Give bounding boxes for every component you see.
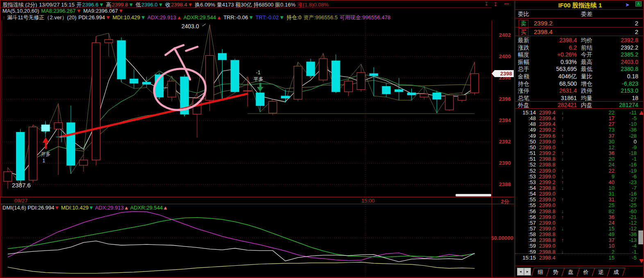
tick-scroll-down-icon[interactable] [639,259,644,263]
tick-scrollbar-thumb[interactable] [638,230,644,244]
price-axis-label: 2388 [499,181,511,187]
text-segment: MA(5,10,20,60) [2,8,41,14]
ask-price: 2399.2 [534,20,553,27]
text-segment: ADX:29.913 [94,205,124,211]
tick-row[interactable]: :492399.6 ↑ 37 -28 [515,133,638,139]
tick-row[interactable]: :572399.0 24 -12 [515,220,638,226]
price-axis-label: 2392 [499,139,511,145]
tick-row[interactable]: :562399.0 ↑ 36 -21 [515,214,638,220]
tick-row[interactable]: :572399.0 ↓ 15 -12 [515,226,638,232]
text-segment: MDI:10.429 [59,205,88,211]
text-segment: 资产:996556.5 [303,14,339,21]
tick-row[interactable]: :592399.0 10 -4 [515,243,638,249]
tick-row[interactable]: :592398.8 ↓ 2 -1 [515,249,638,255]
tick-row[interactable]: 15:152398.4 15 -5 [515,255,638,261]
candlestick-chart[interactable]: 开多1-1平多 [1,21,492,197]
red-down-arrow-icon[interactable]: ↧ [484,1,488,7]
svg-text:-1: -1 [256,70,261,75]
dmi-panel[interactable] [1,204,492,277]
text-segment: ADXR:29.544 [129,205,163,211]
text-segment: ▼ [279,14,284,21]
tabs-prev-button[interactable]: ◂ [517,268,524,276]
text-segment: 可用现金:996556.478 [340,14,390,21]
text-segment: MA9:2396.067 [82,8,118,14]
pointer-icon[interactable]: ➤ [625,2,630,8]
dmi-level-label: 50.00000 [491,235,513,241]
price-axis: ↧ ▭ 24022400239823962394239223902388 239… [492,1,514,278]
text-segment: 高 [104,2,111,8]
candle [243,91,252,91]
tick-row[interactable]: :552399.0 ↑ 31 -27 [515,197,638,203]
collapse-icon[interactable]: ∧ [635,1,642,7]
text-segment: 收 [164,2,171,8]
text-segment: 2396.0 [141,2,158,8]
text-segment: ↑ [2,14,7,21]
candle [332,61,340,91]
price-axis-label: 2396 [499,96,511,102]
quote-panel: IF00 股指连续 1 ➤ ∧ 委比 委差 卖 2399.2 2 买 2398.… [515,1,644,278]
panel-tab-成[interactable]: 成 [607,268,626,276]
tick-row[interactable]: 15:142399.4 ↓ 22 -11 [515,110,638,116]
candle [231,60,239,92]
svg-text:开多: 开多 [41,151,50,157]
svg-text:平多: 平多 [254,76,263,82]
price-axis-label: 2402 [499,32,511,38]
text-segment: ▲ [124,205,129,211]
text-segment: 开 [76,2,82,8]
candle [281,96,290,98]
candle [92,43,100,160]
chart-bottom-border [1,197,514,197]
candle [370,74,378,76]
main-chart-svg[interactable]: 开多1-1平多 [1,21,492,197]
candle [471,74,479,93]
text-segment: ▼ [54,205,59,211]
price-axis-label: 2394 [499,117,511,123]
tick-row[interactable]: :532399.0 ↓ 9 -6 [515,174,638,180]
tabs-next-button[interactable]: ▸ [524,268,531,276]
low-annotation: 2387.6 [12,182,31,189]
ma-indicator-line: MA(5,10,20,60) MA8:2396.267▼ MA9:2396.06… [2,8,124,14]
dmi-chart-svg[interactable] [1,204,492,277]
tick-row[interactable]: :532399.2 ↑ 40 -23 [515,180,638,185]
dmi-bottom-border [1,277,514,278]
tick-row[interactable]: :582398.8 ↑ 37 -13 [515,237,638,243]
text-segment: ▲ [177,14,182,21]
horizontal-scrollbar-thumb[interactable] [456,194,491,196]
tick-row[interactable]: :562398.8 ↓ 82 -60 [515,209,638,214]
text-segment: ▼ [99,2,104,8]
tick-row[interactable]: :582398.8 49 -36 [515,232,638,237]
trend-line [60,94,247,137]
text-segment: ▼ [118,8,124,14]
tick-row[interactable]: :522398.8 24 -16 [515,162,638,168]
text-segment: 13/09/27 15:15 [39,2,76,8]
text-segment: ▲ [216,14,222,21]
tick-row[interactable]: :502399.0 ↓ 30 0 [515,139,638,145]
scroll-down-tool-icon[interactable]: ↧ [493,1,498,7]
pink-arrow-annotation [175,48,190,80]
selected-candle-highlight [41,125,50,131]
text-segment: 持仓:0 [285,14,303,21]
text-segment: ADXR:29.544 [182,14,216,21]
tick-row[interactable]: :542398.8 ↓ 10 -7 [515,185,638,191]
tick-row[interactable]: :482399.4 ↑ 17 -5 [515,116,638,121]
tick-row[interactable]: :502399.0 12 -9 [515,145,638,150]
tick-scroll-up-icon[interactable] [639,111,644,115]
tick-row[interactable]: :552399.0 25 -25 [515,203,638,208]
svg-text:1: 1 [42,158,45,164]
wb-header: 委比 [518,11,529,18]
text-segment: PDI:26.994 [78,14,105,21]
tick-row[interactable]: :482399.4 27 -10 [515,121,638,127]
tick-row[interactable]: :542399.0 31 -16 [515,191,638,197]
trading-app-window: 股指连续 (2分) 13/09/27 15:15 开2396.6▼ 高2399.… [0,0,644,278]
tick-separator [515,253,638,254]
tick-row[interactable]: :512398.8 ↓ 20 -1 [515,156,638,162]
candle [269,101,277,113]
text-segment: ▲ [163,205,168,211]
text-segment: ▼ [129,2,134,8]
text-segment: ▼ [158,2,163,8]
tick-row[interactable]: :522399.0 ↑ 22 -19 [515,168,638,174]
tick-row[interactable]: :512399.2 ↑ 36 -18 [515,150,638,156]
candle [382,87,390,94]
red-rect-icon[interactable]: ▭ [504,1,508,7]
tick-row[interactable]: :492399.2 ↓ 73 -36 [515,127,638,133]
